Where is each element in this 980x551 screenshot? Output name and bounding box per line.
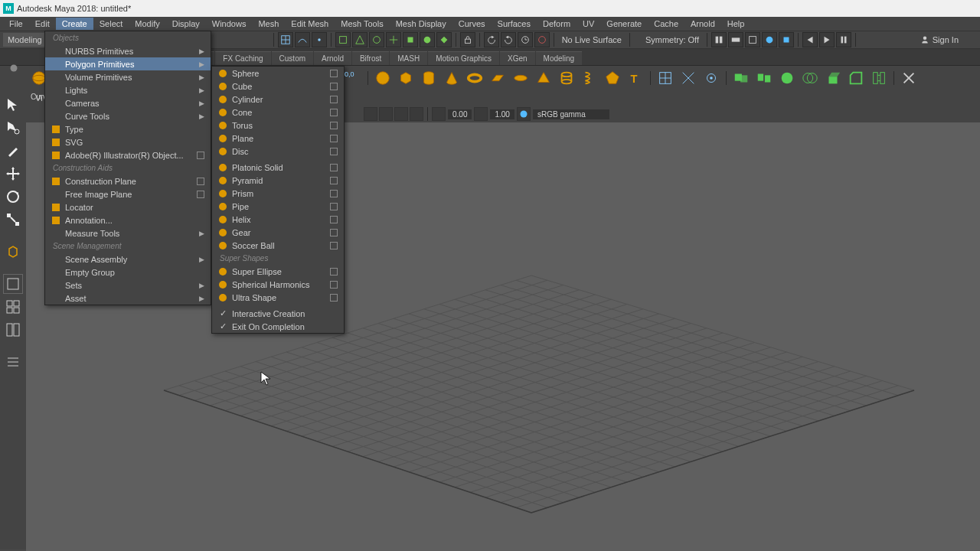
signin-button[interactable]: Sign In (914, 35, 965, 44)
tool-icon[interactable] (779, 32, 794, 47)
play-back-icon[interactable] (802, 32, 818, 47)
poly-pipe-icon[interactable] (556, 67, 577, 89)
menu-help[interactable]: Help (721, 18, 751, 30)
colorspace-dropdown[interactable]: sRGB gamma (533, 109, 609, 119)
menu-select[interactable]: Select (93, 18, 129, 30)
tool-icon[interactable] (420, 32, 435, 47)
tab-custom[interactable]: Custom (272, 51, 313, 65)
tab-modeling[interactable]: Modeling (536, 51, 583, 65)
curve-panel[interactable]: Curv (29, 90, 46, 103)
poly-pyramid-icon[interactable] (533, 67, 554, 89)
menu-edit[interactable]: Edit (29, 18, 56, 30)
vp-tool-icon[interactable] (474, 107, 488, 121)
menu-item-soccer-ball[interactable]: Soccer Ball (212, 239, 344, 252)
vp-tool-icon[interactable] (410, 107, 423, 121)
menu-generate[interactable]: Generate (600, 18, 648, 30)
poly-cube-icon[interactable] (395, 67, 416, 89)
tab-xgen[interactable]: XGen (500, 51, 535, 65)
menu-arnold[interactable]: Arnold (684, 18, 721, 30)
tool-icon[interactable] (762, 32, 777, 47)
tool-icon[interactable] (728, 32, 743, 47)
menu-mesh-display[interactable]: Mesh Display (390, 18, 452, 30)
menu-item-gear[interactable]: Gear (212, 226, 344, 239)
menu-item-cameras[interactable]: Cameras▶ (45, 96, 211, 109)
menu-item-adobe-r-illustrator-r-object-[interactable]: Adobe(R) Illustrator(R) Object... (45, 148, 211, 161)
menu-modify[interactable]: Modify (129, 18, 165, 30)
menu-item-prism[interactable]: Prism (212, 187, 344, 200)
menu-file[interactable]: File (3, 18, 29, 30)
menu-cache[interactable]: Cache (648, 18, 684, 30)
type-icon[interactable]: T (625, 67, 646, 89)
tool-icon[interactable] (369, 32, 384, 47)
snap-grid-icon[interactable] (278, 32, 293, 47)
menu-item-svg[interactable]: SVG (45, 135, 211, 148)
tool-icon[interactable] (386, 32, 401, 47)
menu-item-ultra-shape[interactable]: Ultra Shape (212, 291, 344, 304)
menu-curves[interactable]: Curves (452, 18, 492, 30)
multicut-icon[interactable] (678, 67, 699, 89)
symmetry-label[interactable]: Symmetry: Off (641, 35, 704, 44)
redo-icon[interactable] (501, 32, 516, 47)
extrude-icon[interactable] (822, 67, 844, 89)
menu-deform[interactable]: Deform (537, 18, 577, 30)
menu-item-nurbs-primitives[interactable]: NURBS Primitives▶ (45, 44, 211, 57)
poly-cone-icon[interactable] (441, 67, 462, 89)
vp-tool-icon[interactable] (364, 107, 377, 121)
tab-fx caching[interactable]: FX Caching (215, 51, 270, 65)
lock-icon[interactable] (460, 32, 475, 47)
paint-select-icon[interactable] (3, 141, 23, 161)
menu-uv[interactable]: UV (577, 18, 600, 30)
separate-icon[interactable] (753, 67, 775, 89)
menu-display[interactable]: Display (166, 18, 206, 30)
poly-disc-icon[interactable] (510, 67, 531, 89)
lasso-tool-icon[interactable] (3, 118, 23, 138)
menu-item-spherical-harmonics[interactable]: Spherical Harmonics (212, 278, 344, 291)
menu-item-pipe[interactable]: Pipe (212, 200, 344, 213)
menu-item-scene-assembly[interactable]: Scene Assembly▶ (45, 253, 211, 266)
menu-item-plane[interactable]: Plane (212, 132, 344, 145)
menu-item-polygon-primitives[interactable]: Polygon Primitives▶ (45, 57, 211, 70)
tool-icon[interactable] (745, 32, 760, 47)
target-weld-icon[interactable] (701, 67, 722, 89)
menu-item-super-ellipse[interactable]: Super Ellipse (212, 265, 344, 278)
menu-item-exit-on-completion[interactable]: ✓Exit On Completion (212, 320, 344, 333)
move-tool-icon[interactable] (3, 164, 23, 184)
exposure-value[interactable]: 1.00 (490, 109, 514, 119)
tool-icon[interactable] (436, 32, 452, 47)
menu-edit-mesh[interactable]: Edit Mesh (285, 18, 335, 30)
outliner-icon[interactable] (3, 242, 23, 262)
colorspace-icon[interactable] (517, 107, 531, 121)
menu-item-construction-plane[interactable]: Construction Plane (45, 174, 211, 187)
bevel-icon[interactable] (845, 67, 867, 89)
tab-bifrost[interactable]: Bifrost (352, 51, 389, 65)
shelf-tab-icon[interactable] (9, 64, 18, 73)
quad-draw-icon[interactable] (655, 67, 676, 89)
menu-item-sphere[interactable]: Sphere (212, 67, 344, 80)
menu-item-interactive-creation[interactable]: ✓Interactive Creation (212, 307, 344, 320)
undo-icon[interactable] (484, 32, 499, 47)
tab-motion graphics[interactable]: Motion Graphics (428, 51, 499, 65)
poly-cylinder-icon[interactable] (418, 67, 439, 89)
history-icon[interactable] (518, 32, 533, 47)
poly-sphere-icon[interactable] (372, 67, 394, 89)
menu-surfaces[interactable]: Surfaces (492, 18, 537, 30)
menu-item-helix[interactable]: Helix (212, 213, 344, 226)
layout-4-icon[interactable] (3, 297, 23, 317)
vp-tool-icon[interactable] (379, 107, 393, 121)
menu-item-cone[interactable]: Cone (212, 106, 344, 119)
rotate-tool-icon[interactable] (3, 187, 23, 207)
menu-item-disc[interactable]: Disc (212, 145, 344, 158)
smooth-icon[interactable] (776, 67, 798, 89)
play-icon[interactable] (819, 32, 835, 47)
menu-mesh-tools[interactable]: Mesh Tools (335, 18, 389, 30)
menu-item-cylinder[interactable]: Cylinder (212, 93, 344, 106)
poly-torus-icon[interactable] (464, 67, 485, 89)
menu-item-torus[interactable]: Torus (212, 119, 344, 132)
tool-icon[interactable] (403, 32, 418, 47)
vp-tool-icon[interactable] (432, 107, 446, 121)
select-tool-icon[interactable] (3, 95, 23, 115)
menu-item-sets[interactable]: Sets▶ (45, 279, 211, 292)
menu-item-lights[interactable]: Lights▶ (45, 83, 211, 96)
tool-icon[interactable] (711, 32, 727, 47)
scale-tool-icon[interactable] (3, 210, 23, 230)
